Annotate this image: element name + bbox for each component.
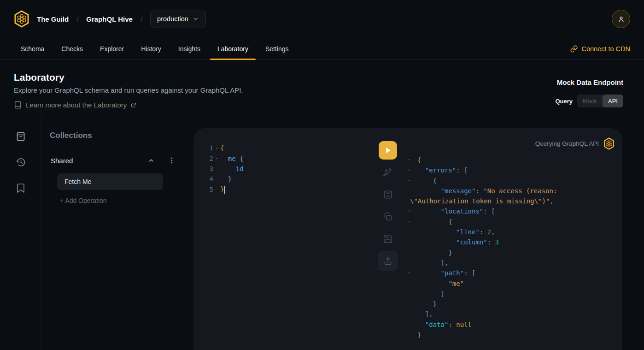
response-line: "column": 3 bbox=[405, 237, 615, 247]
response-line: ▾ { bbox=[405, 176, 615, 186]
fold-arrow-icon[interactable]: ▾ bbox=[408, 268, 414, 278]
copy-query-icon[interactable] bbox=[382, 211, 393, 222]
response-line: ▾ { bbox=[405, 217, 615, 227]
play-icon bbox=[384, 147, 392, 154]
save-icon[interactable] bbox=[382, 233, 393, 244]
response-line: } bbox=[405, 299, 615, 309]
collection-group-label: Shared bbox=[51, 157, 73, 165]
response-json: ▾{▾ "errors": [▾ { "message": "No access… bbox=[405, 155, 615, 340]
endpoint-query-label: Query bbox=[555, 98, 573, 105]
execute-query-button[interactable] bbox=[379, 141, 397, 160]
line-number: 2 bbox=[201, 155, 213, 162]
response-line: "data": null bbox=[405, 320, 615, 330]
code-text: } bbox=[220, 185, 225, 194]
link-icon bbox=[570, 45, 578, 53]
mock-endpoint-title: Mock Data Endpoint bbox=[555, 78, 623, 86]
learn-more-label: Learn more about the Laboratory bbox=[26, 101, 127, 109]
fold-arrow-icon[interactable]: ▾ bbox=[408, 155, 414, 165]
code-line: 1▾{ bbox=[201, 143, 244, 153]
collection-group-shared[interactable]: Shared bbox=[51, 156, 175, 165]
fold-arrow-icon[interactable]: ▾ bbox=[408, 206, 414, 216]
project-nav: Schema Checks Explorer History Insights … bbox=[0, 38, 644, 60]
person-icon bbox=[617, 15, 625, 23]
kebab-menu-icon[interactable] bbox=[169, 157, 175, 164]
mock-endpoint-block: Mock Data Endpoint Query Mock API bbox=[555, 78, 623, 107]
response-pane: Querying GraphQL API ▾{▾ "errors": [▾ { … bbox=[405, 137, 615, 340]
share-operation-button[interactable] bbox=[378, 251, 398, 271]
connect-to-cdn-link[interactable]: Connect to CDN bbox=[570, 38, 630, 59]
graphiql-editor-panel: 1▾{2▾ me {3 id4 }5} bbox=[193, 128, 622, 350]
response-caption: Querying GraphQL API bbox=[405, 137, 615, 149]
line-number: 1 bbox=[201, 144, 213, 152]
toggle-option-mock[interactable]: Mock bbox=[577, 95, 603, 107]
fold-arrow-icon[interactable]: ▾ bbox=[408, 217, 414, 227]
collections-icon[interactable] bbox=[15, 131, 26, 142]
breadcrumb-separator: / bbox=[76, 15, 78, 23]
hive-logo-icon[interactable] bbox=[14, 10, 29, 28]
chevron-up-icon[interactable] bbox=[147, 157, 155, 164]
target-selector-button[interactable]: production bbox=[150, 10, 206, 28]
tab-settings[interactable]: Settings bbox=[258, 38, 296, 59]
user-avatar[interactable] bbox=[612, 10, 630, 28]
code-line: 4 } bbox=[201, 174, 244, 184]
response-line: ], bbox=[405, 258, 615, 268]
toggle-option-api[interactable]: API bbox=[603, 95, 623, 107]
endpoint-source-toggle: Mock API bbox=[577, 95, 623, 107]
code-text: } bbox=[220, 175, 232, 183]
history-icon[interactable] bbox=[15, 157, 26, 168]
response-line: "message": "No access (reason: bbox=[405, 186, 615, 196]
response-line: ] bbox=[405, 289, 615, 299]
tab-explorer[interactable]: Explorer bbox=[93, 38, 131, 59]
code-text: id bbox=[220, 165, 244, 172]
operation-item-label: Fetch Me bbox=[64, 178, 91, 185]
tab-checks[interactable]: Checks bbox=[54, 38, 90, 59]
breadcrumb-project[interactable]: GraphQL Hive bbox=[86, 15, 133, 23]
response-line: ▾{ bbox=[405, 155, 615, 165]
breadcrumb-separator: / bbox=[141, 15, 142, 23]
prettify-icon[interactable] bbox=[382, 167, 393, 178]
code-line: 3 id bbox=[201, 164, 244, 174]
code-text: { bbox=[220, 144, 224, 152]
collections-title: Collections bbox=[50, 131, 92, 140]
response-line: "me" bbox=[405, 279, 615, 289]
query-editor[interactable]: 1▾{2▾ me {3 id4 }5} bbox=[201, 143, 244, 195]
code-line: 5} bbox=[201, 184, 244, 195]
tab-insights[interactable]: Insights bbox=[171, 38, 208, 59]
line-number: 5 bbox=[201, 186, 213, 193]
top-bar: The Guild / GraphQL Hive / production bbox=[0, 0, 644, 38]
page-subtitle: Explore your GraphQL schema and run quer… bbox=[14, 86, 623, 94]
tab-history[interactable]: History bbox=[134, 38, 169, 59]
chevron-down-icon bbox=[193, 16, 199, 22]
book-icon bbox=[14, 101, 22, 109]
tab-laboratory[interactable]: Laboratory bbox=[210, 38, 256, 59]
bookmark-icon[interactable] bbox=[15, 183, 26, 194]
response-line: ], bbox=[405, 309, 615, 319]
add-operation-button[interactable]: + Add Operation bbox=[60, 197, 107, 204]
share-icon bbox=[383, 256, 393, 266]
response-line: ▾ "path": [ bbox=[405, 268, 615, 278]
laboratory-workspace: Collections Shared Fetch Me + Add Operat… bbox=[0, 116, 644, 350]
page-title: Laboratory bbox=[14, 72, 623, 83]
hive-logo-icon bbox=[603, 137, 615, 150]
code-line: 2▾ me { bbox=[201, 153, 244, 163]
breadcrumb-org[interactable]: The Guild bbox=[37, 15, 69, 23]
fold-arrow-icon[interactable]: ▾ bbox=[213, 146, 220, 150]
learn-more-link[interactable]: Learn more about the Laboratory bbox=[14, 101, 136, 109]
merge-fragments-icon[interactable] bbox=[382, 189, 393, 200]
text-cursor bbox=[224, 186, 225, 194]
external-link-icon bbox=[131, 102, 136, 108]
operation-item-fetch-me[interactable]: Fetch Me bbox=[57, 173, 163, 190]
collections-panel: Collections Shared Fetch Me + Add Operat… bbox=[41, 116, 193, 350]
response-caption-label: Querying GraphQL API bbox=[535, 140, 599, 147]
response-line: ▾ "errors": [ bbox=[405, 165, 615, 175]
response-line: "line": 2, bbox=[405, 227, 615, 237]
fold-arrow-icon[interactable]: ▾ bbox=[408, 176, 414, 186]
line-number: 3 bbox=[201, 165, 213, 172]
response-line: } bbox=[405, 330, 615, 340]
response-line: ▾ "locations": [ bbox=[405, 206, 615, 216]
fold-arrow-icon[interactable]: ▾ bbox=[213, 156, 220, 160]
fold-arrow-icon[interactable]: ▾ bbox=[408, 165, 414, 175]
code-text: me { bbox=[220, 155, 244, 162]
tab-schema[interactable]: Schema bbox=[13, 38, 52, 59]
line-number: 4 bbox=[201, 175, 213, 183]
